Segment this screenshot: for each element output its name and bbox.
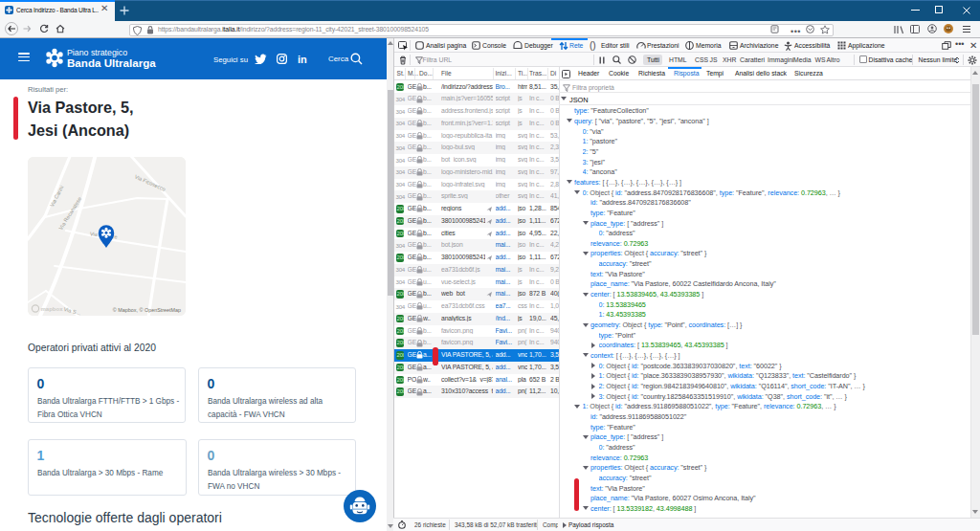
svg-text:mapbox: mapbox (41, 306, 64, 312)
svg-text:(): () (590, 40, 596, 51)
svg-text:© Mapbox, © OpenStreetMap: © Mapbox, © OpenStreetMap (113, 307, 181, 313)
